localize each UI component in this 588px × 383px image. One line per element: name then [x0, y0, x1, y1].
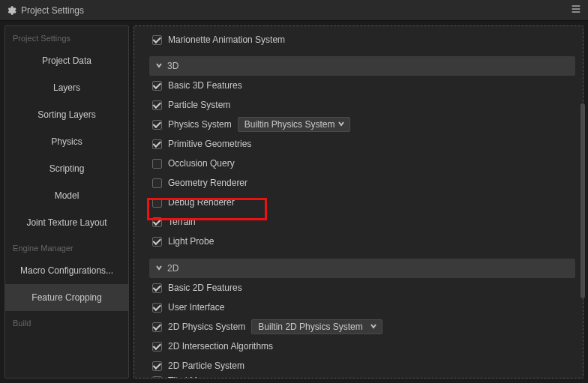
row-label: 2D Particle System	[168, 361, 244, 371]
checkbox-user-interface[interactable]	[152, 303, 162, 313]
row-label: Tiled Map	[168, 376, 207, 379]
feature-row: 2D Particle System	[149, 356, 575, 376]
section-header-3d[interactable]: 3D	[149, 56, 575, 76]
main-panel: Marionette Animation System 3D Basic 3D …	[134, 25, 584, 379]
row-label: 2D Intersection Algorithms	[168, 341, 273, 352]
titlebar: Project Settings	[0, 0, 588, 21]
sidebar-group-engine-manager: Engine Manager	[5, 236, 128, 257]
checkbox-tiled-map[interactable]	[152, 376, 162, 379]
select-value: Builtin 2D Physics System	[258, 322, 362, 332]
row-label: Particle System	[168, 100, 230, 110]
sidebar-group-build: Build	[5, 311, 128, 332]
feature-row: 2D Intersection Algorithms	[149, 337, 575, 356]
sidebar-item-layers[interactable]: Layers	[5, 74, 128, 101]
chevron-down-icon	[155, 263, 163, 274]
sidebar-item-model[interactable]: Model	[5, 182, 128, 209]
checkbox-2d-particle[interactable]	[152, 361, 162, 371]
row-label: Physics System	[168, 119, 232, 130]
feature-row: Tiled Map	[149, 376, 575, 379]
feature-row: User Interface	[149, 298, 575, 317]
checkbox-primitive-geometries[interactable]	[152, 139, 162, 149]
checkbox-2d-physics[interactable]	[152, 322, 162, 332]
checkbox-light-probe[interactable]	[152, 237, 162, 247]
checkbox-terrain[interactable]	[152, 217, 162, 227]
gear-icon	[6, 5, 16, 16]
checkbox-2d-intersection[interactable]	[152, 342, 162, 352]
chevron-down-icon	[370, 322, 377, 332]
menu-icon[interactable]	[570, 3, 582, 17]
feature-row: Particle System	[149, 95, 575, 115]
sidebar-group-project-settings: Project Settings	[5, 26, 128, 47]
section-header-2d[interactable]: 2D	[149, 259, 575, 278]
row-label: Marionette Animation System	[168, 34, 285, 45]
feature-row: Marionette Animation System	[149, 31, 575, 49]
feature-row: Primitive Geometries	[149, 134, 575, 154]
row-label: Basic 3D Features	[168, 80, 242, 91]
sidebar-item-physics[interactable]: Physics	[5, 128, 128, 155]
feature-row: Geometry Renderer	[149, 173, 575, 193]
sidebar: Project Settings Project Data Layers Sor…	[4, 25, 129, 379]
row-label: User Interface	[168, 302, 224, 313]
row-label: Basic 2D Features	[168, 283, 242, 293]
row-label: Debug Renderer	[168, 197, 235, 208]
chevron-down-icon	[338, 119, 345, 130]
physics-system-select[interactable]: Builtin Physics System	[238, 117, 351, 132]
sidebar-item-feature-cropping[interactable]: Feature Cropping	[5, 284, 128, 311]
row-label: Geometry Renderer	[168, 178, 248, 188]
checkbox-physics-system[interactable]	[152, 120, 162, 130]
select-value: Builtin Physics System	[244, 119, 335, 130]
2d-physics-system-select[interactable]: Builtin 2D Physics System	[251, 319, 382, 334]
feature-row: Terrain	[149, 212, 575, 232]
checkbox-particle-system[interactable]	[152, 100, 162, 110]
sidebar-item-macro-configurations[interactable]: Macro Configurations...	[5, 257, 128, 284]
checkbox-debug-renderer[interactable]	[152, 198, 162, 208]
feature-row: Basic 3D Features	[149, 76, 575, 95]
sidebar-item-project-data[interactable]: Project Data	[5, 47, 128, 74]
row-label: Terrain	[168, 217, 196, 227]
window-title: Project Settings	[21, 5, 84, 16]
section-title: 3D	[167, 61, 178, 71]
sidebar-item-sorting-layers[interactable]: Sorting Layers	[5, 101, 128, 128]
feature-row: Physics System Builtin Physics System	[149, 115, 575, 134]
feature-row: Debug Renderer	[149, 193, 575, 212]
feature-row: Light Probe	[149, 232, 575, 251]
feature-row: Occlusion Query	[149, 154, 575, 173]
row-label: Light Probe	[168, 236, 214, 247]
checkbox-basic-3d[interactable]	[152, 81, 162, 91]
scrollbar-thumb[interactable]	[580, 103, 585, 298]
checkbox-occlusion-query[interactable]	[152, 159, 162, 169]
section-title: 2D	[167, 263, 178, 274]
row-label: Occlusion Query	[168, 158, 235, 169]
sidebar-item-joint-texture-layout[interactable]: Joint Texture Layout	[5, 209, 128, 236]
feature-row: 2D Physics System Builtin 2D Physics Sys…	[149, 317, 575, 337]
checkbox-geometry-renderer[interactable]	[152, 178, 162, 188]
chevron-down-icon	[155, 61, 163, 71]
sidebar-item-scripting[interactable]: Scripting	[5, 155, 128, 182]
checkbox-marionette[interactable]	[152, 35, 162, 45]
row-label: Primitive Geometries	[168, 139, 251, 149]
row-label: 2D Physics System	[168, 322, 245, 332]
checkbox-basic-2d[interactable]	[152, 283, 162, 293]
feature-row: Basic 2D Features	[149, 278, 575, 298]
